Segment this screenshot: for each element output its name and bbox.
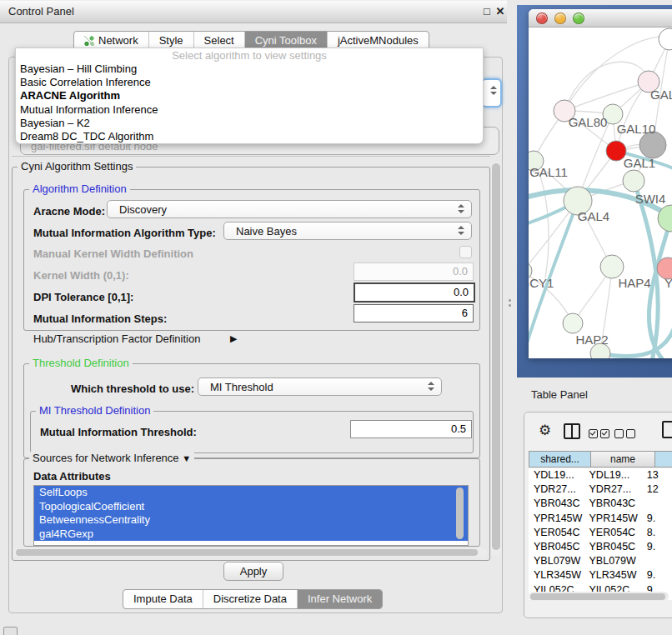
cyni-settings-group-title: Cyni Algorithm Settings [18,160,136,172]
table-row[interactable]: YDL19...YDL19...13 [529,468,672,482]
table-row[interactable]: YDR27...YDR27...12 [529,482,672,497]
network-node-label-swi4: SWI4 [635,192,666,206]
data-attributes-list[interactable]: SelfLoopsTopologicalCoefficientBetweenne… [33,485,469,546]
network-node[interactable] [600,255,624,278]
network-node-label-hap2: HAP2 [575,332,608,347]
tab-discretize-data[interactable]: Discretize Data [203,590,297,608]
table-column-header-2[interactable] [655,451,672,468]
minimize-traffic-light-icon[interactable] [554,12,566,24]
algorithm-dropdown-options: Bayesian – Hill ClimbingBasic Correlatio… [16,62,483,143]
mi-steps-field[interactable]: 6 [354,304,474,322]
table-cell: YDL19... [584,468,642,482]
table-cell: YDR27... [584,482,642,497]
mi-threshold-field[interactable]: 0.5 [350,420,472,438]
table-row[interactable]: YLR345WYLR345W9. [529,568,672,582]
network-node-label-gal4: GAL4 [578,209,609,223]
table-cell [642,554,672,568]
network-node-label-gal10: GAL10 [617,122,656,136]
manual-kernel-width-checkbox[interactable] [459,246,472,258]
network-node-label-y: Y [664,276,672,290]
table-cell: YBL079W [584,554,642,568]
table-cell: YDL19... [529,468,584,482]
table-cell: YPR145W [584,512,642,526]
deselect-all-columns-icon[interactable] [614,427,638,442]
which-threshold-combo[interactable]: MI Threshold [198,378,442,396]
network-node[interactable] [563,313,583,333]
export-table-icon[interactable] [662,421,672,438]
zoom-traffic-light-icon[interactable] [573,12,584,24]
table-row[interactable]: YPR145WYPR145W9. [529,512,672,526]
network-graph[interactable]: GALGAL80GAL10GAL1GAL11SWI4GAL4GCY1HAP4YH… [529,28,672,358]
mi-algorithm-type-combo[interactable]: Naive Bayes [223,222,472,240]
data-attribute-item[interactable]: SelfLoops [34,486,468,500]
algorithm-option-mutual-information-inference[interactable]: Mutual Information Inference [16,103,483,117]
network-node[interactable] [623,170,644,192]
algorithm-option-bayesian-k2[interactable]: Bayesian – K2 [16,117,483,130]
control-panel-title: Control Panel [8,1,74,22]
tab-infer-network[interactable]: Infer Network [297,590,382,608]
table-horizontal-scrollbar-thumb[interactable] [530,593,665,600]
table-cell: 8. [642,526,672,540]
settings-horizontal-scrollbar[interactable] [13,548,487,557]
table-cell: YBL079W [529,554,584,568]
table-horizontal-scrollbar[interactable] [529,592,669,601]
dpi-tolerance-field[interactable]: 0.0 [354,282,475,302]
algorithm-definition-group-title: Algorithm Definition [29,182,130,195]
settings-vertical-scrollbar[interactable] [491,162,501,557]
algorithm-combo-fragment[interactable] [481,78,502,108]
table-column-header-shared-[interactable]: shared... [529,451,591,468]
network-node-label-gal: GAL [650,88,672,102]
network-edge[interactable] [564,62,649,111]
table-row[interactable]: YBR045CYBR045C9. [529,540,672,554]
table-cell: 9. [642,568,672,582]
float-window-icon[interactable]: □ [480,1,494,22]
close-traffic-light-icon[interactable] [536,12,548,24]
apply-button[interactable]: Apply [223,562,283,581]
network-node[interactable] [659,28,672,50]
collapsed-panel-button[interactable] [3,627,18,635]
network-window-titlebar[interactable] [529,9,672,28]
data-attribute-item[interactable]: gal4RGexp [34,528,468,542]
data-attribute-item[interactable]: TopologicalCoefficient [34,500,468,514]
network-icon [84,36,94,46]
dpi-tolerance-label: DPI Tolerance [0,1]: [33,291,133,303]
table-cell: YBR043C [529,497,584,511]
attributes-scrollbar-thumb[interactable] [456,488,464,539]
network-edge-thick[interactable] [600,329,672,356]
combo-stepper-icon [458,204,464,213]
aracne-mode-label: Aracne Mode: [33,205,105,218]
table-row[interactable]: YER054CYER054C8. [529,526,672,540]
which-threshold-value: MI Threshold [210,381,273,393]
table-body: YDL19...YDL19...13YDR27...YDR27...12YBR0… [529,468,672,600]
table-cell: 9. [642,540,672,554]
table-settings-gear-icon[interactable]: ⚙ [539,422,551,439]
settings-vertical-scrollbar-thumb[interactable] [492,163,500,550]
network-node-label-gal1: GAL1 [624,156,655,170]
algorithm-option-aracne-algorithm[interactable]: ARACNE Algorithm [16,89,483,102]
sources-collapse-arrow-icon[interactable]: ▼ [182,453,191,463]
algorithm-option-bayesian-hill-climbing[interactable]: Bayesian – Hill Climbing [16,62,483,76]
table-cell: YBR045C [584,540,642,554]
settings-horizontal-scrollbar-thumb[interactable] [16,549,478,556]
table-row[interactable]: YBR043CYBR043C [529,497,672,511]
aracne-mode-combo[interactable]: Discovery [107,200,472,218]
manual-kernel-width-label: Manual Kernel Width Definition [33,248,193,260]
close-window-icon[interactable]: ✕ [494,1,507,22]
sources-group-title: Sources for Network Inference ▼ [29,452,194,464]
which-threshold-label: Which threshold to use: [71,382,194,395]
hub-expand-arrow-icon[interactable]: ▶ [230,333,237,344]
kernel-width-field[interactable]: 0.0 [354,262,474,281]
show-columns-icon[interactable] [564,423,580,439]
algorithm-option-dream8-dc-tdc-algorithm[interactable]: Dream8 DC_TDC Algorithm [16,130,483,143]
table-column-header-name[interactable]: name [591,451,655,468]
table-cell: 13 [642,468,672,482]
select-all-columns-icon[interactable] [589,427,612,442]
algorithm-option-basic-correlation-inference[interactable]: Basic Correlation Inference [16,76,483,89]
data-attributes-label: Data Attributes [33,470,111,482]
table-row[interactable]: YBL079WYBL079W [529,554,672,568]
panel-splitter-handle[interactable] [508,298,512,308]
kernel-width-label: Kernel Width (0,1): [33,269,129,282]
tab-impute-data[interactable]: Impute Data [123,590,203,608]
network-node-label-hap4: HAP4 [618,276,650,290]
data-attribute-item[interactable]: BetweennessCentrality [34,513,468,528]
